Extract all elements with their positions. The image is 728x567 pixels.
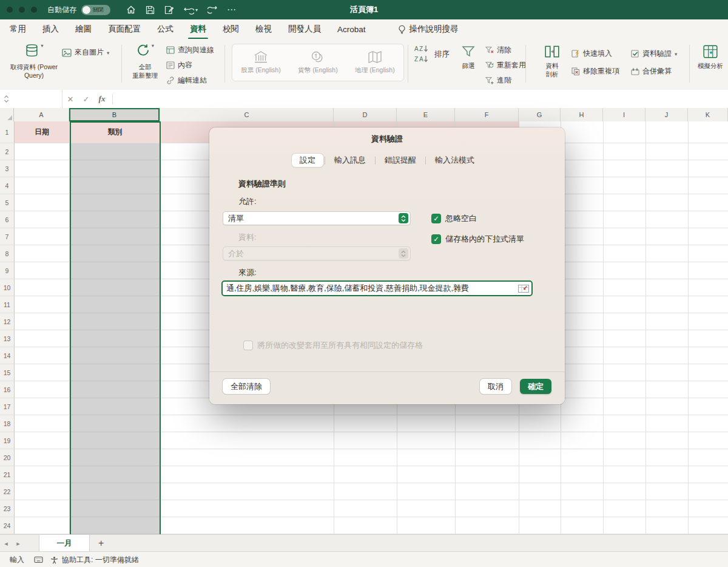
cell-H23[interactable] [561,500,604,517]
cell-B24[interactable] [70,517,161,534]
row-header-16[interactable]: 16 [0,381,15,398]
column-header-B[interactable]: B [69,108,160,121]
row-header-4[interactable]: 4 [0,177,15,194]
dialog-tab-input-message[interactable]: 輸入訊息 [326,154,374,167]
cell-D21[interactable] [334,466,397,483]
row-header-6[interactable]: 6 [0,211,15,228]
column-header-A[interactable]: A [14,108,69,121]
cell-I7[interactable] [604,228,646,245]
cell-J23[interactable] [646,500,689,517]
cell-J15[interactable] [646,364,689,381]
refresh-all-button[interactable]: ▾ 全部重新整理 [126,42,164,80]
cell-A2[interactable] [15,143,70,160]
cell-J14[interactable] [646,347,689,364]
cell-K9[interactable] [689,262,728,279]
cell-A15[interactable] [15,364,70,381]
cell-E24[interactable] [397,517,456,534]
filter-button[interactable]: 篩選 [454,42,483,70]
cell-K6[interactable] [689,211,728,228]
cell-A10[interactable] [15,279,70,296]
cell-A8[interactable] [15,245,70,262]
cell-B7[interactable] [70,228,161,245]
tab-data[interactable]: 資料 [190,24,206,35]
cell-I5[interactable] [604,194,646,211]
cell-A24[interactable] [15,517,70,534]
column-header-C[interactable]: C [160,108,334,121]
cell-K7[interactable] [689,228,728,245]
properties-button[interactable]: 內容 [166,60,214,70]
cell-A12[interactable] [15,313,70,330]
cell-A22[interactable] [15,483,70,500]
cell-I24[interactable] [604,517,646,534]
flash-fill-button[interactable]: 快速填入 [571,49,619,59]
cell-A4[interactable] [15,177,70,194]
cell-B20[interactable] [70,449,161,466]
redo-icon[interactable] [207,5,217,15]
cell-I23[interactable] [604,500,646,517]
clear-all-button[interactable]: 全部清除 [223,379,270,394]
cell-F19[interactable] [456,432,519,449]
cell-I11[interactable] [604,296,646,313]
cell-J19[interactable] [646,432,689,449]
row-header-24[interactable]: 24 [0,517,15,534]
cell-I14[interactable] [604,347,646,364]
cell-A14[interactable] [15,347,70,364]
row-header-20[interactable]: 20 [0,449,15,466]
cell-H19[interactable] [561,432,604,449]
ok-button[interactable]: 確定 [520,379,551,394]
cell-B19[interactable] [70,432,161,449]
cell-H24[interactable] [561,517,604,534]
cell-B15[interactable] [70,364,161,381]
insert-function-icon[interactable]: fx [94,94,110,104]
cell-A20[interactable] [15,449,70,466]
cell-K23[interactable] [689,500,728,517]
confirm-entry-icon[interactable]: ✓ [78,95,94,104]
close-window-button[interactable] [6,6,13,13]
cell-C19[interactable] [161,432,334,449]
cell-A16[interactable] [15,381,70,398]
sort-button[interactable]: AZ ZA 排序 [414,45,450,63]
cell-K21[interactable] [689,466,728,483]
cell-I9[interactable] [604,262,646,279]
data-validation-button[interactable]: 資料驗證 ▾ [631,49,677,59]
cell-F18[interactable] [456,415,519,432]
cell-H18[interactable] [561,415,604,432]
cell-D20[interactable] [334,449,397,466]
clear-filter-button[interactable]: 清除 [485,45,526,55]
cell-B12[interactable] [70,313,161,330]
cell-J7[interactable] [646,228,689,245]
cell-J16[interactable] [646,381,689,398]
cell-I4[interactable] [604,177,646,194]
cell-B11[interactable] [70,296,161,313]
cell-E20[interactable] [397,449,456,466]
tab-home[interactable]: 常用 [10,24,26,35]
cell-B17[interactable] [70,398,161,415]
column-header-E[interactable]: E [397,108,455,121]
cell-F23[interactable] [456,500,519,517]
autosave-toggle[interactable]: 關閉 [81,5,110,15]
row-header-14[interactable]: 14 [0,347,15,364]
cell-E21[interactable] [397,466,456,483]
row-header-10[interactable]: 10 [0,279,15,296]
cell-H3[interactable] [561,160,604,177]
cell-C20[interactable] [161,449,334,466]
cell-I15[interactable] [604,364,646,381]
cell-B1[interactable]: 類別 [70,121,161,143]
cell-I2[interactable] [604,143,646,160]
row-header-2[interactable]: 2 [0,143,15,160]
column-header-F[interactable]: F [455,108,519,121]
minimize-window-button[interactable] [18,6,25,13]
get-data-button[interactable]: ▾ 取得資料 (PowerQuery) [5,42,63,80]
edit-links-button[interactable]: 編輯連結 [166,75,214,86]
cell-B14[interactable] [70,347,161,364]
zoom-window-button[interactable] [30,6,38,13]
column-header-K[interactable]: K [688,108,728,121]
tab-view[interactable]: 檢視 [255,24,272,35]
cell-K17[interactable] [689,398,728,415]
cell-F20[interactable] [456,449,519,466]
cell-H16[interactable] [561,381,604,398]
cell-H4[interactable] [561,177,604,194]
cell-A13[interactable] [15,330,70,347]
cell-D24[interactable] [334,517,397,534]
cell-B16[interactable] [70,381,161,398]
